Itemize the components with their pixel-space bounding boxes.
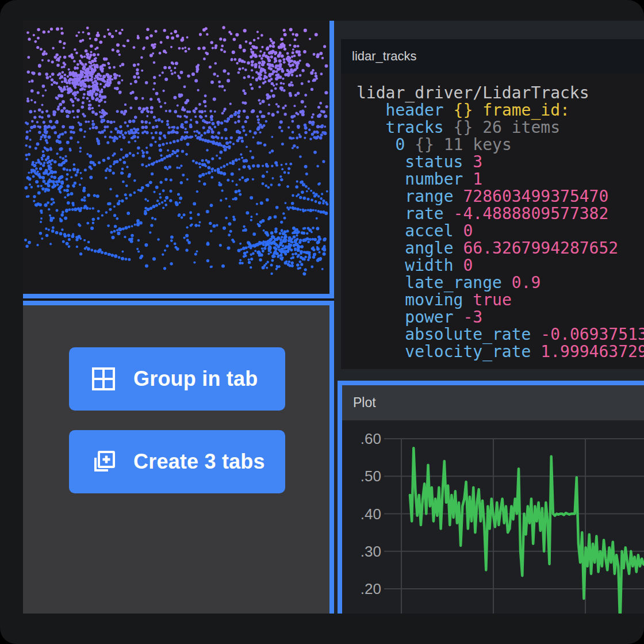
raw-message-line: rate -4.4888809577382	[356, 205, 644, 223]
group-in-tab-icon	[90, 365, 117, 393]
raw-message-line: angle 66.3267994287652	[356, 240, 644, 257]
raw-message-line: status 3	[356, 154, 644, 171]
plot-panel-title: Plot	[353, 395, 376, 411]
pointcloud-canvas[interactable]	[23, 21, 329, 294]
raw-message-line: moving true	[356, 292, 644, 309]
group-in-tab-label: Group in tab	[133, 367, 258, 391]
raw-message-line: lidar_driver/LidarTracks	[356, 85, 644, 102]
plot-chart-canvas[interactable]: .60.50.40.30.20	[342, 420, 644, 614]
raw-message-line: width 0	[356, 257, 644, 274]
raw-messages-panel-title: lidar_tracks	[352, 49, 416, 64]
plot-panel[interactable]: Plot .60.50.40.30.20	[338, 381, 644, 614]
raw-message-line: range 728603499375470	[356, 188, 644, 205]
svg-text:.20: .20	[361, 580, 381, 597]
create-tabs-icon	[90, 448, 117, 476]
raw-message-line: absolute_rate -0.069375132	[356, 326, 644, 343]
panel-selection-overlay[interactable]: Group in tab Create 3 tabs	[23, 301, 334, 614]
raw-message-line: 0 {} 11 keys	[356, 136, 644, 154]
svg-text:.30: .30	[361, 543, 381, 560]
raw-messages-panel[interactable]: lidar_tracks lidar_driver/LidarTracks he…	[341, 39, 644, 369]
raw-message-line: velocity_rate 1.9994637298	[356, 343, 644, 361]
raw-message-line: power -3	[356, 309, 644, 326]
plot-chart-area[interactable]: .60.50.40.30.20	[342, 420, 644, 614]
svg-text:.60: .60	[361, 430, 381, 447]
raw-message-line: accel 0	[356, 223, 644, 240]
raw-messages-panel-header[interactable]: lidar_tracks	[341, 39, 644, 74]
create-3-tabs-label: Create 3 tabs	[133, 450, 265, 474]
raw-message-line: number 1	[356, 171, 644, 188]
svg-text:.50: .50	[361, 467, 381, 485]
raw-message-line: late_range 0.9	[356, 274, 644, 292]
svg-text:.40: .40	[361, 505, 381, 523]
plot-panel-header[interactable]: Plot	[342, 385, 644, 420]
raw-message-line: tracks {} 26 items	[356, 119, 644, 136]
raw-message-line: header {} frame_id:	[356, 102, 644, 119]
raw-message-tree[interactable]: lidar_driver/LidarTracks header {} frame…	[341, 74, 644, 361]
group-in-tab-button[interactable]: Group in tab	[69, 347, 285, 411]
pointcloud-panel[interactable]	[23, 21, 334, 298]
create-3-tabs-button[interactable]: Create 3 tabs	[69, 430, 285, 493]
app-frame: Group in tab Create 3 tabs lidar_tracks …	[0, 0, 644, 644]
